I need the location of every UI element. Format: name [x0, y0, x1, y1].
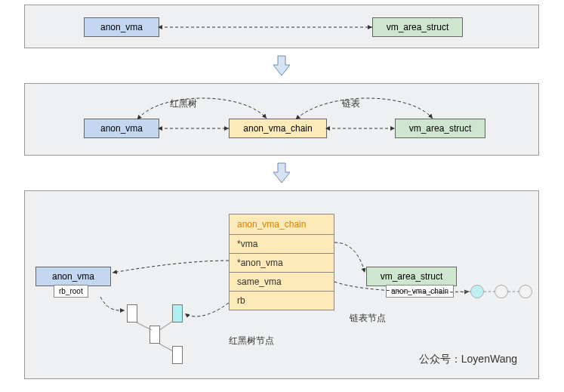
struct-anon-vma-chain: anon_vma_chain *vma *anon_vma same_vma r…: [229, 214, 334, 310]
credit-text: 公众号：LoyenWang: [419, 353, 517, 366]
tree-node-root: [127, 304, 137, 323]
label-rb-node: 红黑树节点: [229, 335, 274, 347]
struct-field-rb: rb: [230, 292, 334, 310]
box-vm-area-struct-2: vm_area_struct: [395, 119, 485, 138]
box-anon-vma-1: anon_vma: [84, 17, 159, 37]
list-node-2: [495, 285, 508, 298]
down-arrow-icon-1: [270, 54, 293, 77]
panel-2: anon_vma anon_vma_chain vm_area_struct 红…: [24, 83, 539, 156]
label-anon-vma-chain-2: anon_vma_chain: [243, 123, 312, 134]
box-anon-vma-chain-2: anon_vma_chain: [229, 119, 327, 138]
struct-field-same-vma: same_vma: [230, 273, 334, 292]
label-vm-area-struct-3: vm_area_struct: [381, 271, 443, 282]
label-vm-area-struct-2: vm_area_struct: [409, 123, 472, 134]
label-anon-vma: anon_vma: [100, 22, 143, 32]
label-anon-vma-2: anon_vma: [100, 123, 143, 134]
label-list-node: 链表节点: [350, 312, 386, 325]
list-node-1: [470, 285, 484, 298]
panel-3: anon_vma rb_root anon_vma_chain *vma *an…: [24, 190, 539, 379]
box-vm-area-struct-3: vm_area_struct: [366, 267, 457, 286]
tree-node-bottom: [172, 346, 183, 364]
struct-title: anon_vma_chain: [230, 215, 334, 235]
tree-node-right: [172, 304, 183, 323]
label-vm-area-struct: vm_area_struct: [387, 22, 449, 32]
label-rbtree: 红黑树: [170, 97, 197, 110]
svg-line-4: [159, 321, 173, 330]
badge-rb-root: rb_root: [54, 285, 88, 298]
panel-1: anon_vma vm_area_struct: [24, 5, 539, 48]
box-vm-area-struct-1: vm_area_struct: [372, 17, 463, 37]
down-arrow-icon-2: [270, 162, 293, 184]
badge-anon-vma-chain: anon_vma_chain: [386, 285, 454, 298]
box-anon-vma-2: anon_vma: [84, 119, 159, 138]
label-anon-vma-3: anon_vma: [52, 271, 94, 282]
list-node-3: [519, 285, 532, 298]
svg-line-5: [159, 344, 173, 351]
label-list: 链表: [342, 97, 360, 110]
tree-node-left: [149, 326, 160, 344]
box-anon-vma-3: anon_vma: [35, 267, 111, 286]
struct-field-anon-vma: *anon_vma: [230, 254, 334, 273]
struct-field-vma: *vma: [230, 235, 334, 254]
